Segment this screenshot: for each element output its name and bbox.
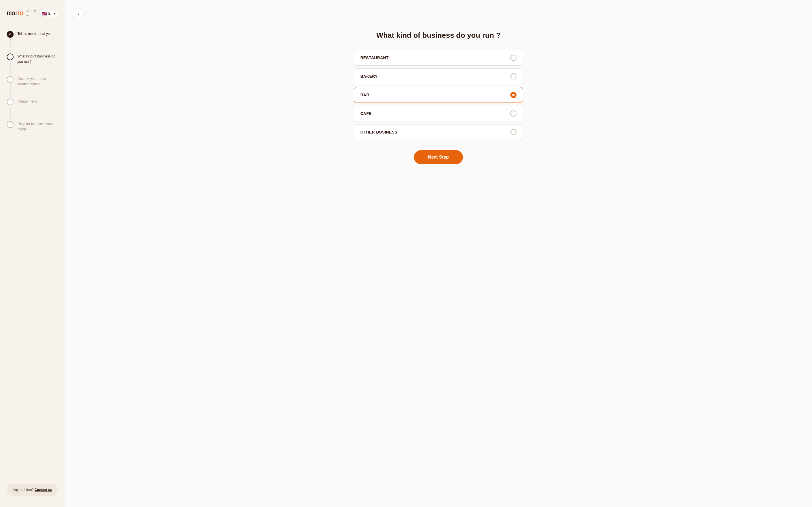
step-connector-4	[7, 99, 13, 121]
option-bakery[interactable]: BAKERY	[354, 68, 523, 84]
language-selector[interactable]: En ▾	[39, 10, 58, 17]
logo-menu-label: メニュー	[26, 8, 40, 18]
back-button[interactable]: ‹	[73, 8, 84, 19]
step-label-2: What kind of business do you run ?	[17, 54, 55, 64]
step-circle-2	[7, 54, 13, 60]
radio-other	[510, 129, 516, 135]
step-row-4: Create menu	[7, 99, 58, 121]
option-cafe[interactable]: CAFE	[354, 106, 523, 121]
option-bar[interactable]: BAR	[354, 87, 523, 103]
step-line-4	[10, 106, 10, 120]
logo-accent: TO	[17, 11, 23, 16]
step-label-4: Create menu	[17, 99, 37, 103]
stepper: ✓ Tell us more about you What kind of bu…	[0, 25, 65, 478]
contact-box: Any problem? Contact us	[7, 484, 58, 496]
option-other[interactable]: OTHER BUSINESS	[354, 124, 523, 140]
check-icon-1: ✓	[9, 33, 11, 36]
logo-text: DIGITO	[7, 11, 23, 17]
step-label-5: Register to access your menu	[17, 121, 53, 131]
step-row-2: What kind of business do you run ?	[7, 54, 58, 76]
form-container: What kind of business do you run ? RESTA…	[354, 31, 523, 164]
back-icon: ‹	[78, 11, 79, 16]
step-circle-1: ✓	[7, 31, 13, 38]
chevron-down-icon: ▾	[54, 11, 56, 15]
problem-text: Any problem?	[13, 488, 34, 492]
radio-bakery	[510, 73, 516, 79]
option-label-restaurant: RESTAURANT	[360, 55, 389, 60]
step-circle-5	[7, 121, 13, 128]
step-connector-1: ✓	[7, 31, 13, 54]
radio-restaurant	[510, 55, 516, 61]
sidebar-header: DIGITO メニュー En ▾	[0, 6, 65, 25]
form-title: What kind of business do you run ?	[376, 31, 501, 40]
main-content: ‹ What kind of business do you run ? RES…	[65, 0, 812, 507]
step-line-1	[10, 39, 10, 53]
step-label-3: Choose your menu creation option	[17, 76, 46, 86]
step-line-2	[10, 61, 10, 75]
step-connector-3	[7, 76, 13, 99]
language-label: En	[48, 11, 52, 15]
sidebar-footer: Any problem? Contact us	[0, 478, 65, 501]
radio-cafe	[510, 110, 516, 117]
step-connector-5	[7, 121, 13, 131]
options-list: RESTAURANT BAKERY BAR CAFE OTHER BUSINES…	[354, 50, 523, 140]
option-label-bakery: BAKERY	[360, 74, 378, 78]
step-row-5: Register to access your menu	[7, 121, 58, 131]
step-circle-4	[7, 99, 13, 105]
option-restaurant[interactable]: RESTAURANT	[354, 50, 523, 66]
option-label-other: OTHER BUSINESS	[360, 130, 397, 134]
step-label-1: Tell us more about you	[17, 31, 52, 36]
option-label-bar: BAR	[360, 93, 369, 97]
step-connector-2	[7, 54, 13, 76]
contact-link[interactable]: Contact us	[35, 488, 52, 492]
logo: DIGITO メニュー	[7, 8, 39, 18]
step-row-3: Choose your menu creation option	[7, 76, 58, 99]
sidebar: DIGITO メニュー En ▾ ✓	[0, 0, 65, 507]
option-label-cafe: CAFE	[360, 111, 371, 116]
step-circle-3	[7, 76, 13, 83]
radio-bar	[510, 92, 516, 98]
next-step-button[interactable]: Next Step	[414, 150, 463, 164]
step-line-3	[10, 83, 10, 98]
step-row-1: ✓ Tell us more about you	[7, 31, 58, 54]
flag-icon	[42, 12, 47, 15]
